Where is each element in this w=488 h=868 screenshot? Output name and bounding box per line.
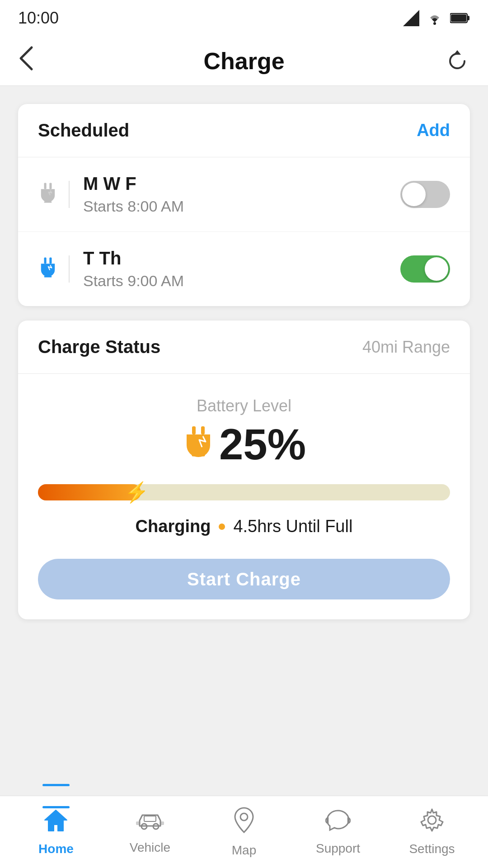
settings-icon (420, 808, 444, 837)
schedule-time-2: Starts 9:00 AM (83, 272, 400, 290)
scheduled-title: Scheduled (38, 120, 129, 141)
nav-settings[interactable]: Settings (385, 808, 479, 856)
map-icon (234, 807, 254, 839)
home-icon (43, 808, 68, 837)
start-charge-label: Start Charge (187, 569, 301, 590)
schedule-icon-2 (38, 255, 70, 283)
schedule-item-2: T Th Starts 9:00 AM (18, 232, 470, 306)
time-until-full: 4.5hrs Until Full (233, 517, 352, 536)
schedule-info-2: T Th Starts 9:00 AM (83, 248, 400, 290)
svg-rect-19 (136, 821, 140, 825)
charging-label: Charging (136, 517, 211, 536)
nav-vehicle-item[interactable]: Vehicle (130, 810, 170, 855)
add-button[interactable]: Add (417, 121, 450, 140)
svg-rect-10 (49, 258, 52, 264)
wifi-icon (426, 11, 444, 25)
scheduled-card: Scheduled Add M W F Starts 8:00 AM (18, 104, 470, 306)
nav-active-indicator (42, 806, 70, 808)
support-icon (325, 809, 351, 837)
schedule-icon-1 (38, 181, 70, 208)
start-charge-button[interactable]: Start Charge (38, 559, 450, 599)
nav-support-item[interactable]: Support (316, 809, 360, 856)
back-button[interactable] (18, 46, 45, 76)
svg-rect-20 (160, 821, 164, 825)
toggle-knob-1 (402, 183, 426, 206)
signal-icon (403, 10, 419, 26)
toggle-track-1[interactable] (400, 181, 450, 208)
svg-marker-0 (403, 10, 419, 26)
toggle-2[interactable] (400, 255, 450, 283)
svg-rect-14 (197, 446, 200, 455)
charge-status-range: 40mi Range (362, 338, 450, 357)
svg-rect-6 (44, 183, 47, 189)
svg-rect-13 (201, 426, 205, 434)
svg-point-22 (428, 816, 436, 824)
nav-vehicle[interactable]: Vehicle (103, 810, 197, 855)
battery-level-value: 25% (182, 423, 306, 466)
vehicle-label: Vehicle (130, 840, 170, 855)
svg-rect-3 (467, 16, 469, 20)
schedule-time-1: Starts 8:00 AM (83, 198, 400, 215)
status-icons (403, 10, 470, 26)
nav-home-item[interactable]: Home (38, 808, 74, 856)
charging-status-text: Charging 4.5hrs Until Full (136, 517, 353, 536)
charge-status-card: Charge Status 40mi Range Battery Level 2… (18, 321, 470, 619)
svg-rect-15 (144, 816, 156, 821)
charging-dot (219, 524, 225, 530)
svg-point-1 (433, 22, 436, 25)
toggle-track-2[interactable] (400, 255, 450, 283)
header: Charge (0, 36, 488, 86)
schedule-days-1: M W F (83, 174, 400, 194)
progress-bar-fill: ⚡ (38, 484, 141, 500)
svg-rect-4 (451, 14, 466, 22)
svg-point-21 (240, 813, 248, 821)
charge-status-body: Battery Level 25% ⚡ (18, 374, 470, 619)
page-title: Charge (203, 47, 284, 75)
support-label: Support (316, 841, 360, 856)
nav-map[interactable]: Map (197, 807, 291, 858)
svg-rect-8 (47, 196, 49, 202)
battery-icon (450, 12, 470, 24)
charge-status-header: Charge Status 40mi Range (18, 321, 470, 374)
refresh-button[interactable] (443, 48, 470, 74)
map-label: Map (232, 843, 256, 858)
nav-support[interactable]: Support (291, 809, 385, 856)
nav-home[interactable]: Home (9, 808, 103, 856)
progress-lightning-icon: ⚡ (124, 481, 149, 504)
toggle-knob-2 (425, 257, 448, 281)
svg-rect-11 (47, 270, 49, 277)
svg-rect-9 (44, 258, 47, 264)
scheduled-header: Scheduled Add (18, 104, 470, 157)
svg-rect-7 (49, 183, 52, 189)
battery-level-label: Battery Level (197, 396, 291, 415)
charge-status-title: Charge Status (38, 337, 160, 357)
battery-plug-icon (182, 426, 215, 462)
status-time: 10:00 (18, 9, 59, 28)
nav-map-item[interactable]: Map (232, 807, 256, 858)
svg-rect-12 (192, 426, 196, 434)
schedule-info-1: M W F Starts 8:00 AM (83, 174, 400, 215)
progress-bar-container: ⚡ (38, 484, 450, 500)
nav-settings-item[interactable]: Settings (409, 808, 455, 856)
svg-marker-5 (454, 50, 461, 55)
home-label: Home (38, 842, 74, 856)
bottom-nav: Home Vehicle (0, 796, 488, 868)
settings-label: Settings (409, 842, 455, 856)
schedule-days-2: T Th (83, 248, 400, 269)
toggle-1[interactable] (400, 181, 450, 208)
schedule-item-1: M W F Starts 8:00 AM (18, 157, 470, 232)
status-bar: 10:00 (0, 0, 488, 36)
battery-percent: 25% (219, 423, 306, 466)
vehicle-icon (136, 810, 164, 836)
